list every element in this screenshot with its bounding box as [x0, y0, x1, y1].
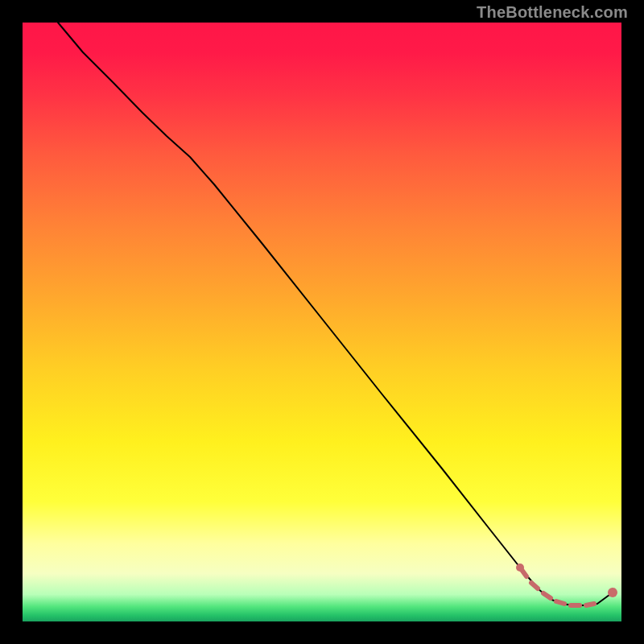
- dash-seg: [531, 583, 538, 588]
- highlight-marker: [516, 564, 524, 572]
- dash-seg: [556, 601, 564, 604]
- chart-container: TheBottleneck.com: [0, 0, 644, 644]
- highlight-marker: [608, 588, 617, 597]
- dash-seg: [586, 604, 594, 605]
- dash-seg: [543, 593, 551, 598]
- curve-series: [58, 23, 613, 605]
- main-curve: [58, 23, 613, 605]
- watermark-text: TheBottleneck.com: [477, 3, 628, 22]
- highlight-series: [516, 564, 617, 605]
- chart-overlay: [23, 23, 621, 621]
